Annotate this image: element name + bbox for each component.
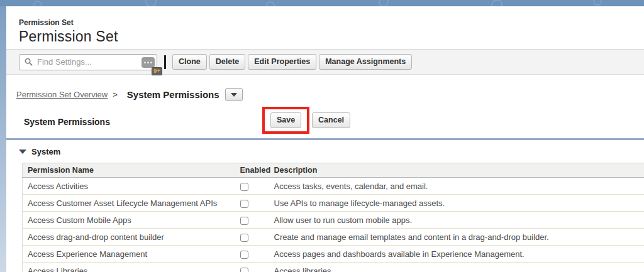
enabled-checkbox[interactable] [240, 217, 248, 225]
table-row: Access Custom Mobile Apps Allow user to … [23, 212, 644, 229]
permission-name-cell: Access drag-and-drop content builder [23, 229, 235, 246]
search-placeholder: Find Settings... [37, 57, 92, 67]
breadcrumb-separator: > [113, 90, 118, 99]
permission-name-cell: Access Custom Mobile Apps [23, 212, 235, 229]
permission-name-cell: Access Activities [23, 178, 235, 195]
description-cell: Access libraries. [269, 263, 644, 272]
table-row: Access Customer Asset Lifecycle Manageme… [23, 195, 644, 212]
delete-button[interactable]: Delete [209, 54, 246, 70]
page-left-gutter [0, 6, 6, 272]
breadcrumb-current-page: System Permissions [127, 89, 219, 100]
group-label: System [31, 147, 60, 156]
description-cell: Use APIs to manage lifecycle-managed ass… [269, 195, 644, 212]
permission-name-cell: Access Customer Asset Lifecycle Manageme… [23, 195, 235, 212]
save-highlight-box: Save [262, 107, 309, 134]
description-cell: Create and manage email templates and co… [269, 229, 644, 246]
search-input[interactable]: Find Settings... 9+ [19, 54, 157, 70]
enabled-checkbox[interactable] [240, 268, 248, 272]
entity-type-label: Permission Set [19, 18, 644, 27]
extension-icon[interactable] [142, 57, 155, 68]
toolbar-button-group: Clone Delete Edit Properties Manage Assi… [172, 54, 412, 70]
enabled-checkbox[interactable] [240, 200, 248, 208]
column-header-enabled: Enabled [235, 163, 269, 178]
extension-count-badge: 9+ [152, 67, 162, 75]
save-button[interactable]: Save [270, 112, 301, 128]
description-cell: Access pages and dashboards available in… [269, 246, 644, 263]
table-row: Access Activities Access tasks, events, … [23, 178, 644, 195]
description-cell: Allow user to run custom mobile apps. [269, 212, 644, 229]
section-picker-dropdown-button[interactable] [225, 88, 243, 101]
decorative-header-banner [0, 0, 644, 6]
cancel-button[interactable]: Cancel [312, 112, 350, 128]
enabled-checkbox[interactable] [240, 183, 248, 191]
enabled-checkbox[interactable] [240, 251, 248, 259]
table-row: Access Experience Management Access page… [23, 246, 644, 263]
breadcrumb-overview-link[interactable]: Permission Set Overview [16, 90, 108, 99]
table-header-row: Permission Name Enabled Description [23, 163, 644, 178]
search-icon [25, 58, 33, 66]
permission-name-cell: Access Experience Management [23, 246, 235, 263]
page-title: Permission Set [19, 28, 644, 45]
section-action-bar: System Permissions Save Cancel [6, 102, 644, 138]
description-cell: Access tasks, events, calendar, and emai… [269, 178, 644, 195]
manage-assignments-button[interactable]: Manage Assignments [319, 54, 412, 70]
clone-button[interactable]: Clone [172, 54, 207, 70]
section-divider [6, 138, 644, 140]
table-row: Access drag-and-drop content builder Cre… [23, 229, 644, 246]
permission-name-cell: Access Libraries [23, 263, 235, 272]
action-buttons: Save Cancel [6, 104, 606, 136]
chevron-down-icon [231, 93, 237, 97]
permissions-table: Permission Name Enabled Description Acce… [22, 163, 644, 272]
triangle-down-icon [19, 150, 26, 154]
system-group-header[interactable]: System [19, 146, 644, 157]
column-header-permission-name: Permission Name [23, 163, 235, 178]
toolbar-divider [164, 55, 166, 69]
setup-toolbar: Find Settings... 9+ Clone Delete Edit Pr… [6, 50, 644, 75]
table-row: Access Libraries Access libraries. [23, 263, 644, 272]
content-panel: Permission Set Permission Set Find Setti… [6, 6, 644, 272]
breadcrumb: Permission Set Overview > System Permiss… [16, 87, 644, 102]
column-header-description: Description [269, 163, 644, 178]
enabled-checkbox[interactable] [240, 234, 248, 242]
edit-properties-button[interactable]: Edit Properties [248, 54, 316, 70]
page-header: Permission Set Permission Set [6, 6, 644, 50]
